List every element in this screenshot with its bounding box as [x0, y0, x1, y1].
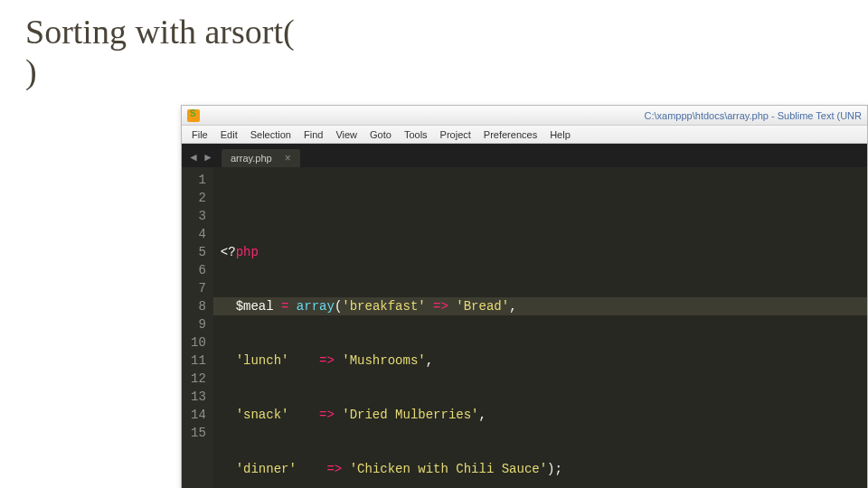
line-number: 10 [191, 333, 206, 352]
code-line: <?php [221, 243, 860, 261]
nav-back-icon[interactable]: ◄ [187, 151, 200, 164]
menu-selection[interactable]: Selection [244, 127, 297, 142]
line-number: 6 [191, 261, 206, 279]
tab-label: array.php [231, 153, 272, 164]
line-number: 5 [191, 243, 206, 261]
slide-title: Sorting with arsort( ) [25, 13, 295, 91]
app-icon [187, 109, 200, 122]
nav-forward-icon[interactable]: ► [202, 151, 214, 164]
code-body[interactable]: <?php $meal = array('breakfast' => 'Brea… [213, 167, 867, 488]
line-number: 13 [191, 388, 206, 406]
menu-goto[interactable]: Goto [363, 127, 398, 142]
code-line: 'dinner' => 'Chicken with Chili Sauce'); [221, 460, 860, 478]
nav-arrows: ◄ ► [185, 151, 220, 167]
line-number: 3 [191, 207, 206, 225]
line-number: 7 [191, 279, 206, 297]
menu-edit[interactable]: Edit [214, 127, 244, 142]
line-number: 11 [191, 352, 206, 370]
line-number: 8 [191, 297, 206, 315]
line-number: 14 [191, 406, 206, 424]
line-number: 1 [191, 171, 206, 189]
menu-tools[interactable]: Tools [398, 127, 434, 142]
line-number: 4 [191, 225, 206, 243]
line-number: 15 [191, 424, 206, 442]
line-number: 9 [191, 315, 206, 333]
menu-view[interactable]: View [329, 127, 363, 142]
menu-bar: File Edit Selection Find View Goto Tools… [182, 126, 867, 144]
close-icon[interactable]: × [285, 153, 291, 164]
code-line: 'snack' => 'Dried Mulberries', [221, 406, 860, 424]
gutter: 1 2 3 4 5 6 7 8 9 10 11 12 13 14 15 [182, 167, 213, 488]
menu-help[interactable]: Help [543, 127, 577, 142]
tab-array-php[interactable]: array.php × [222, 149, 300, 167]
menu-project[interactable]: Project [434, 127, 477, 142]
tab-row: ◄ ► array.php × [182, 144, 867, 167]
code-line: 'lunch' => 'Mushrooms', [221, 352, 860, 370]
title-bar-path: C:\xamppp\htdocs\array.php - Sublime Tex… [645, 110, 862, 121]
menu-find[interactable]: Find [297, 127, 329, 142]
editor-window: C:\xamppp\htdocs\array.php - Sublime Tex… [181, 105, 868, 488]
title-bar: C:\xamppp\htdocs\array.php - Sublime Tex… [182, 106, 867, 126]
menu-preferences[interactable]: Preferences [477, 127, 543, 142]
line-number: 12 [191, 370, 206, 388]
line-number: 2 [191, 189, 206, 207]
menu-file[interactable]: File [185, 127, 214, 142]
slide-title-line2: ) [25, 52, 37, 90]
code-area[interactable]: 1 2 3 4 5 6 7 8 9 10 11 12 13 14 15 <?ph… [182, 167, 867, 488]
slide-title-line1: Sorting with arsort( [25, 13, 295, 51]
